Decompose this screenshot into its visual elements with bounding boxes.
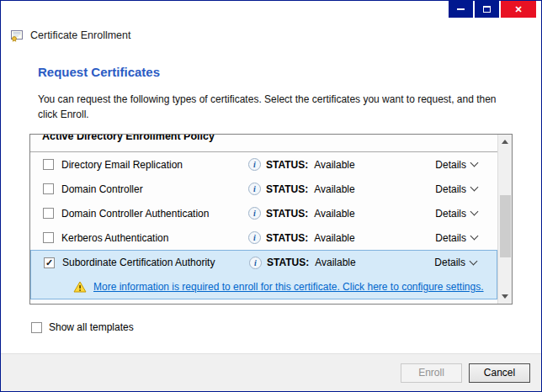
page-title: Request Certificates — [38, 65, 160, 79]
template-name: Domain Controller Authentication — [61, 208, 248, 220]
scroll-up-icon — [502, 140, 508, 144]
show-all-templates[interactable]: Show all templates — [31, 321, 134, 333]
template-checkbox[interactable]: ✓ — [44, 257, 55, 268]
status-label: STATUS: — [266, 208, 308, 220]
template-name: Kerberos Authentication — [61, 232, 248, 244]
details-label: Details — [435, 232, 466, 244]
template-row[interactable]: Domain Controller i STATUS: Available De… — [30, 177, 497, 201]
info-glyph: i — [254, 258, 257, 268]
info-icon: i — [249, 257, 262, 269]
details-expander[interactable]: Details — [435, 183, 477, 195]
status-value: Available — [314, 208, 354, 220]
info-glyph: i — [253, 233, 256, 242]
status-value: Available — [314, 183, 354, 195]
status-value: Available — [315, 257, 355, 268]
chevron-down-icon — [470, 232, 479, 241]
template-row[interactable]: Kerberos Authentication i STATUS: Availa… — [30, 225, 497, 250]
scroll-thumb[interactable] — [500, 195, 511, 257]
scroll-down-icon — [502, 294, 508, 299]
details-label: Details — [434, 257, 465, 268]
titlebar: Certificate Enrollment — [10, 29, 131, 42]
chevron-down-icon — [470, 208, 479, 216]
show-all-templates-checkbox[interactable] — [31, 322, 42, 333]
warning-row: More information is required to enroll f… — [31, 274, 497, 299]
template-row[interactable]: Directory Email Replication i STATUS: Av… — [30, 152, 497, 177]
details-label: Details — [435, 159, 466, 171]
warning-icon — [73, 281, 87, 293]
template-checkbox[interactable] — [43, 208, 54, 219]
scroll-up-button[interactable] — [498, 135, 512, 149]
template-checkbox[interactable] — [43, 159, 54, 170]
maximize-button[interactable] — [475, 1, 499, 18]
template-name: Domain Controller — [61, 183, 248, 195]
scroll-down-button[interactable] — [498, 289, 512, 304]
page-description: You can request the following types of c… — [38, 92, 506, 122]
details-expander[interactable]: Details — [435, 159, 477, 171]
details-label: Details — [435, 208, 466, 220]
window-title: Certificate Enrollment — [30, 29, 131, 41]
template-checkbox[interactable] — [43, 232, 54, 243]
close-icon: ✕ — [514, 4, 522, 15]
minimize-button[interactable] — [449, 1, 473, 18]
vertical-scrollbar[interactable] — [497, 135, 512, 304]
details-expander[interactable]: Details — [435, 208, 477, 220]
info-icon: i — [248, 183, 261, 195]
status-value: Available — [314, 159, 354, 171]
templates-list: Active Directory Enrollment Policy Direc… — [29, 134, 513, 305]
show-all-templates-label: Show all templates — [49, 321, 134, 333]
status-label: STATUS: — [266, 159, 308, 171]
status-label: STATUS: — [266, 232, 308, 244]
info-icon: i — [248, 207, 261, 220]
certificate-icon — [10, 29, 24, 42]
details-expander[interactable]: Details — [435, 232, 477, 244]
status-value: Available — [314, 232, 354, 244]
window-controls: ✕ — [449, 1, 536, 18]
maximize-icon — [483, 6, 491, 13]
policy-group-label: Active Directory Enrollment Policy — [42, 135, 497, 142]
info-glyph: i — [253, 209, 256, 218]
close-button[interactable]: ✕ — [501, 1, 536, 18]
template-row[interactable]: ✓ Subordinate Certification Authority i … — [31, 251, 497, 274]
footer: Enroll Cancel — [1, 353, 541, 391]
info-icon: i — [248, 158, 261, 171]
details-expander[interactable]: Details — [434, 257, 476, 268]
template-name: Directory Email Replication — [61, 159, 248, 171]
details-label: Details — [435, 183, 466, 195]
cancel-button[interactable]: Cancel — [469, 363, 530, 383]
certificate-enrollment-window: ✕ Certificate Enrollment Request Certifi… — [0, 0, 542, 392]
chevron-down-icon — [470, 159, 479, 167]
templates-list-content: Active Directory Enrollment Policy Direc… — [30, 135, 497, 304]
template-row[interactable]: Domain Controller Authentication i STATU… — [30, 201, 497, 225]
template-checkbox[interactable] — [43, 183, 54, 194]
chevron-down-icon — [470, 257, 478, 265]
status-label: STATUS: — [266, 183, 308, 195]
info-glyph: i — [253, 184, 256, 193]
info-icon: i — [248, 231, 261, 244]
chevron-down-icon — [470, 183, 479, 192]
policy-group-header: Active Directory Enrollment Policy — [30, 135, 497, 152]
selected-template-block: ✓ Subordinate Certification Authority i … — [30, 250, 497, 299]
warning-link[interactable]: More information is required to enroll f… — [93, 281, 484, 293]
minimize-icon — [457, 8, 465, 10]
status-label: STATUS: — [267, 257, 309, 268]
enroll-button[interactable]: Enroll — [401, 363, 462, 383]
template-name: Subordinate Certification Authority — [62, 257, 249, 268]
info-glyph: i — [253, 160, 256, 169]
